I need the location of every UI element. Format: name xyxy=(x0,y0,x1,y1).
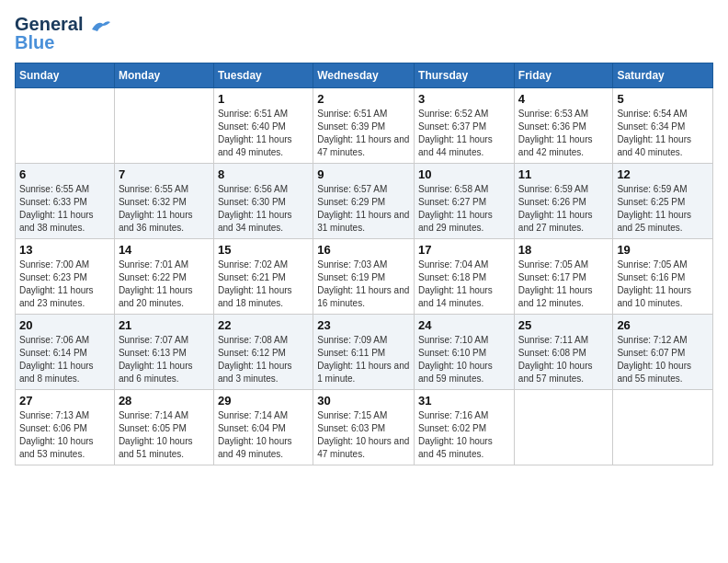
calendar-cell: 25Sunrise: 7:11 AM Sunset: 6:08 PM Dayli… xyxy=(514,315,613,390)
calendar-cell xyxy=(613,390,713,465)
day-number: 11 xyxy=(518,167,609,181)
calendar-cell xyxy=(114,88,213,164)
day-number: 27 xyxy=(19,394,110,408)
day-number: 23 xyxy=(317,318,410,332)
day-number: 16 xyxy=(317,243,410,257)
calendar-cell: 26Sunrise: 7:12 AM Sunset: 6:07 PM Dayli… xyxy=(613,315,713,390)
day-number: 2 xyxy=(317,92,410,106)
calendar-cell: 18Sunrise: 7:05 AM Sunset: 6:17 PM Dayli… xyxy=(514,239,613,315)
day-number: 19 xyxy=(617,243,709,257)
calendar-cell: 31Sunrise: 7:16 AM Sunset: 6:02 PM Dayli… xyxy=(415,390,515,465)
day-number: 4 xyxy=(518,92,609,106)
day-number: 12 xyxy=(617,167,709,181)
day-info: Sunrise: 6:58 AM Sunset: 6:27 PM Dayligh… xyxy=(418,183,510,235)
day-info: Sunrise: 7:12 AM Sunset: 6:07 PM Dayligh… xyxy=(617,334,709,385)
day-number: 28 xyxy=(119,394,210,408)
day-number: 6 xyxy=(19,167,110,181)
calendar-cell: 10Sunrise: 6:58 AM Sunset: 6:27 PM Dayli… xyxy=(415,164,515,239)
calendar-cell: 15Sunrise: 7:02 AM Sunset: 6:21 PM Dayli… xyxy=(213,239,313,315)
day-info: Sunrise: 6:53 AM Sunset: 6:36 PM Dayligh… xyxy=(518,108,609,159)
day-info: Sunrise: 6:51 AM Sunset: 6:39 PM Dayligh… xyxy=(317,108,410,159)
day-number: 20 xyxy=(19,318,110,332)
calendar-cell: 12Sunrise: 6:59 AM Sunset: 6:25 PM Dayli… xyxy=(613,164,713,239)
day-number: 17 xyxy=(418,243,510,257)
day-info: Sunrise: 7:00 AM Sunset: 6:23 PM Dayligh… xyxy=(19,259,110,310)
calendar-cell: 29Sunrise: 7:14 AM Sunset: 6:04 PM Dayli… xyxy=(213,390,313,465)
calendar-cell: 6Sunrise: 6:55 AM Sunset: 6:33 PM Daylig… xyxy=(16,164,115,239)
calendar-cell: 5Sunrise: 6:54 AM Sunset: 6:34 PM Daylig… xyxy=(613,88,713,164)
day-info: Sunrise: 7:09 AM Sunset: 6:11 PM Dayligh… xyxy=(317,334,410,385)
calendar-cell: 8Sunrise: 6:56 AM Sunset: 6:30 PM Daylig… xyxy=(213,164,313,239)
calendar-cell: 23Sunrise: 7:09 AM Sunset: 6:11 PM Dayli… xyxy=(313,315,415,390)
day-number: 22 xyxy=(218,318,309,332)
calendar-cell: 27Sunrise: 7:13 AM Sunset: 6:06 PM Dayli… xyxy=(16,390,115,465)
day-info: Sunrise: 7:01 AM Sunset: 6:22 PM Dayligh… xyxy=(119,259,210,310)
column-header-wednesday: Wednesday xyxy=(313,63,415,88)
day-info: Sunrise: 7:10 AM Sunset: 6:10 PM Dayligh… xyxy=(418,334,510,385)
day-number: 10 xyxy=(418,167,510,181)
calendar-table: SundayMondayTuesdayWednesdayThursdayFrid… xyxy=(15,63,713,465)
calendar-cell: 7Sunrise: 6:55 AM Sunset: 6:32 PM Daylig… xyxy=(114,164,213,239)
calendar-cell: 2Sunrise: 6:51 AM Sunset: 6:39 PM Daylig… xyxy=(313,88,415,164)
logo-blue: Blue xyxy=(15,33,54,52)
day-number: 26 xyxy=(617,318,709,332)
day-info: Sunrise: 6:57 AM Sunset: 6:29 PM Dayligh… xyxy=(317,183,410,235)
day-info: Sunrise: 6:51 AM Sunset: 6:40 PM Dayligh… xyxy=(218,108,309,159)
day-info: Sunrise: 6:59 AM Sunset: 6:26 PM Dayligh… xyxy=(518,183,609,235)
calendar-cell: 9Sunrise: 6:57 AM Sunset: 6:29 PM Daylig… xyxy=(313,164,415,239)
calendar-cell: 1Sunrise: 6:51 AM Sunset: 6:40 PM Daylig… xyxy=(213,88,313,164)
day-info: Sunrise: 7:13 AM Sunset: 6:06 PM Dayligh… xyxy=(19,409,110,461)
logo: General Blue xyxy=(15,15,110,52)
page-header: General Blue xyxy=(15,15,713,52)
calendar-cell: 17Sunrise: 7:04 AM Sunset: 6:18 PM Dayli… xyxy=(415,239,515,315)
day-number: 30 xyxy=(317,394,410,408)
calendar-cell: 16Sunrise: 7:03 AM Sunset: 6:19 PM Dayli… xyxy=(313,239,415,315)
day-info: Sunrise: 6:56 AM Sunset: 6:30 PM Dayligh… xyxy=(218,183,309,235)
day-info: Sunrise: 7:07 AM Sunset: 6:13 PM Dayligh… xyxy=(119,334,210,385)
calendar-week-row: 20Sunrise: 7:06 AM Sunset: 6:14 PM Dayli… xyxy=(16,315,713,390)
day-info: Sunrise: 7:14 AM Sunset: 6:04 PM Dayligh… xyxy=(218,409,309,461)
calendar-cell: 21Sunrise: 7:07 AM Sunset: 6:13 PM Dayli… xyxy=(114,315,213,390)
calendar-cell: 24Sunrise: 7:10 AM Sunset: 6:10 PM Dayli… xyxy=(415,315,515,390)
calendar-week-row: 13Sunrise: 7:00 AM Sunset: 6:23 PM Dayli… xyxy=(16,239,713,315)
column-header-sunday: Sunday xyxy=(16,63,115,88)
calendar-cell: 30Sunrise: 7:15 AM Sunset: 6:03 PM Dayli… xyxy=(313,390,415,465)
day-info: Sunrise: 6:59 AM Sunset: 6:25 PM Dayligh… xyxy=(617,183,709,235)
calendar-cell: 11Sunrise: 6:59 AM Sunset: 6:26 PM Dayli… xyxy=(514,164,613,239)
calendar-week-row: 27Sunrise: 7:13 AM Sunset: 6:06 PM Dayli… xyxy=(16,390,713,465)
day-info: Sunrise: 7:03 AM Sunset: 6:19 PM Dayligh… xyxy=(317,259,410,310)
day-info: Sunrise: 6:52 AM Sunset: 6:37 PM Dayligh… xyxy=(418,108,510,159)
day-info: Sunrise: 7:02 AM Sunset: 6:21 PM Dayligh… xyxy=(218,259,309,310)
day-info: Sunrise: 7:05 AM Sunset: 6:16 PM Dayligh… xyxy=(617,259,709,310)
day-number: 14 xyxy=(119,243,210,257)
day-number: 1 xyxy=(218,92,309,106)
day-info: Sunrise: 7:04 AM Sunset: 6:18 PM Dayligh… xyxy=(418,259,510,310)
calendar-cell: 14Sunrise: 7:01 AM Sunset: 6:22 PM Dayli… xyxy=(114,239,213,315)
calendar-cell: 28Sunrise: 7:14 AM Sunset: 6:05 PM Dayli… xyxy=(114,390,213,465)
day-info: Sunrise: 6:54 AM Sunset: 6:34 PM Dayligh… xyxy=(617,108,709,159)
day-info: Sunrise: 7:14 AM Sunset: 6:05 PM Dayligh… xyxy=(119,409,210,461)
day-number: 9 xyxy=(317,167,410,181)
day-number: 13 xyxy=(19,243,110,257)
calendar-cell: 13Sunrise: 7:00 AM Sunset: 6:23 PM Dayli… xyxy=(16,239,115,315)
day-info: Sunrise: 6:55 AM Sunset: 6:32 PM Dayligh… xyxy=(119,183,210,235)
day-number: 31 xyxy=(418,394,510,408)
column-header-monday: Monday xyxy=(114,63,213,88)
calendar-week-row: 6Sunrise: 6:55 AM Sunset: 6:33 PM Daylig… xyxy=(16,164,713,239)
day-number: 7 xyxy=(119,167,210,181)
day-number: 24 xyxy=(418,318,510,332)
day-number: 15 xyxy=(218,243,309,257)
logo-bird-icon xyxy=(90,18,110,33)
calendar-header: SundayMondayTuesdayWednesdayThursdayFrid… xyxy=(16,63,713,88)
column-header-thursday: Thursday xyxy=(415,63,515,88)
calendar-cell xyxy=(514,390,613,465)
calendar-cell xyxy=(16,88,115,164)
calendar-week-row: 1Sunrise: 6:51 AM Sunset: 6:40 PM Daylig… xyxy=(16,88,713,164)
logo-general: General xyxy=(15,14,83,34)
day-number: 29 xyxy=(218,394,309,408)
calendar-cell: 4Sunrise: 6:53 AM Sunset: 6:36 PM Daylig… xyxy=(514,88,613,164)
day-info: Sunrise: 7:15 AM Sunset: 6:03 PM Dayligh… xyxy=(317,409,410,461)
day-number: 18 xyxy=(518,243,609,257)
day-number: 3 xyxy=(418,92,510,106)
calendar-cell: 3Sunrise: 6:52 AM Sunset: 6:37 PM Daylig… xyxy=(415,88,515,164)
